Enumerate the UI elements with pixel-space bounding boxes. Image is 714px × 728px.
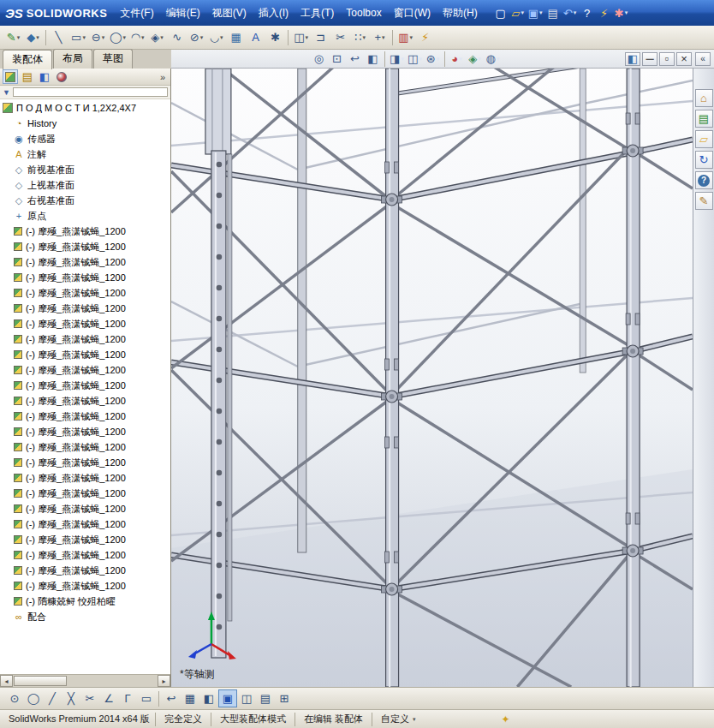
dropdown-arrow-icon[interactable]: ▾ bbox=[160, 34, 164, 41]
panel-tab-布局[interactable]: 布局 bbox=[53, 49, 92, 69]
panel-tab-草图[interactable]: 草图 bbox=[93, 49, 133, 69]
tree-component-13[interactable]: (-) 摩殛_燕潇铖蝇_1200 bbox=[0, 424, 170, 439]
file-explorer-icon[interactable]: ▱ bbox=[695, 130, 713, 148]
tree-item-front-plane[interactable]: ◇前视基准面 bbox=[0, 162, 170, 177]
shaded-view-icon[interactable]: ◧ bbox=[199, 689, 218, 707]
circle-tool-icon[interactable]: ◯ bbox=[24, 689, 43, 707]
solidworks-resources-icon[interactable]: ⌂ bbox=[695, 89, 713, 107]
status-icon[interactable]: ✦ bbox=[497, 713, 513, 725]
cross-tool-icon[interactable]: ╳ bbox=[62, 689, 80, 707]
plane-icon[interactable]: ▦ bbox=[226, 27, 246, 47]
tree-component-5[interactable]: (-) 摩殛_燕潇铖蝇_1200 bbox=[0, 301, 170, 316]
section-view-icon[interactable]: ◧ bbox=[364, 51, 382, 67]
tree-component-9[interactable]: (-) 摩殛_燕潇铖蝇_1200 bbox=[0, 362, 170, 378]
task-pane-collapse-icon[interactable]: « bbox=[695, 52, 711, 66]
assembly-3d-view[interactable] bbox=[171, 69, 693, 687]
smart-dimension-icon[interactable]: ◆▾ bbox=[23, 27, 43, 47]
filter-funnel-icon[interactable]: ▼ bbox=[3, 88, 10, 97]
dropdown-arrow-icon[interactable]: ▾ bbox=[141, 34, 145, 41]
tree-component-12[interactable]: (-) 摩殛_燕潇铖蝇_1200 bbox=[0, 409, 170, 424]
panel-tab-装配体[interactable]: 装配体 bbox=[3, 50, 52, 69]
text-icon[interactable]: A bbox=[246, 27, 265, 47]
corner-tool-icon[interactable]: Γ bbox=[118, 689, 137, 707]
scrollbar-track[interactable] bbox=[13, 675, 158, 687]
statusbar-custom-dropdown[interactable]: 自定义 ▾ bbox=[372, 713, 425, 726]
toolbox-icon[interactable]: ▥▾ bbox=[396, 27, 415, 47]
exit-sketch-icon[interactable]: ↩ bbox=[162, 689, 181, 707]
menubar-item[interactable]: 文件(F) bbox=[114, 3, 159, 23]
custom-properties-icon[interactable]: ✎ bbox=[695, 192, 713, 210]
apply-scene-icon[interactable]: ◈▾ bbox=[466, 51, 484, 67]
dropdown-arrow-icon[interactable]: ▾ bbox=[625, 9, 628, 16]
new-document-icon[interactable]: ▢ bbox=[492, 4, 509, 21]
menubar-item[interactable]: Toolbox bbox=[340, 4, 387, 21]
rebuild-flash-icon[interactable]: ⚡ bbox=[415, 27, 435, 47]
dropdown-arrow-icon[interactable]: ▾ bbox=[220, 34, 223, 41]
arc-icon[interactable]: ◠▾ bbox=[128, 27, 147, 47]
tree-component-19[interactable]: (-) 摩殛_燕潇铖蝇_1200 bbox=[0, 516, 170, 532]
tree-component-15[interactable]: (-) 摩殛_燕潇铖蝇_1200 bbox=[0, 455, 170, 470]
configurationmanager-tab-icon[interactable]: ◧ bbox=[37, 69, 52, 84]
displaymanager-tab-icon[interactable] bbox=[54, 69, 69, 84]
tree-component-17[interactable]: (-) 摩殛_燕潇铖蝇_1200 bbox=[0, 486, 170, 501]
tree-component-3[interactable]: (-) 摩殛_燕潇铖蝇_1200 bbox=[0, 270, 170, 285]
tree-component-4[interactable]: (-) 摩殛_燕潇铖蝇_1200 bbox=[0, 285, 170, 301]
horizontal-split-view-button[interactable]: ▤ bbox=[256, 689, 275, 707]
dropdown-arrow-icon[interactable]: ▾ bbox=[497, 56, 500, 63]
point-icon[interactable]: ✱ bbox=[265, 27, 285, 47]
spline-icon[interactable]: ∿ bbox=[167, 27, 187, 47]
help-icon[interactable]: ? bbox=[579, 4, 596, 21]
print-icon[interactable]: ▤ bbox=[544, 4, 562, 21]
tree-component-23[interactable]: (-) 摩殛_燕潇铖蝇_1200 bbox=[0, 578, 170, 594]
dropdown-arrow-icon[interactable]: ▾ bbox=[521, 9, 524, 16]
tree-component-7[interactable]: (-) 摩殛_燕潇铖蝇_1200 bbox=[0, 331, 170, 347]
four-view-button[interactable]: ⊞ bbox=[275, 689, 294, 707]
tree-filter-input[interactable] bbox=[13, 87, 168, 97]
tree-component-24[interactable]: (-) 隋糠兢鲟 恔殂柏曜 bbox=[0, 594, 170, 609]
rectangle-icon[interactable]: ▭▾ bbox=[68, 27, 88, 47]
scrollbar-thumb[interactable] bbox=[14, 676, 67, 686]
menubar-item[interactable]: 编辑(E) bbox=[160, 3, 206, 23]
dropdown-arrow-icon[interactable]: ▾ bbox=[409, 34, 413, 41]
tree-root[interactable]: П О Д М О С Т И 1,2X2,4X7 bbox=[0, 100, 170, 116]
tree-component-16[interactable]: (-) 摩殛_燕潇铖蝇_1200 bbox=[0, 470, 170, 486]
view-orientation-icon[interactable]: ◨▾ bbox=[388, 51, 406, 67]
two-view-button[interactable]: ◫ bbox=[237, 689, 256, 707]
tree-item-origin[interactable]: +原点 bbox=[0, 208, 170, 224]
dropdown-arrow-icon[interactable]: ▾ bbox=[419, 56, 422, 63]
dropdown-arrow-icon[interactable]: ▾ bbox=[305, 34, 308, 41]
tree-item-annotations[interactable]: A注解 bbox=[0, 146, 170, 162]
display-style-icon[interactable]: ◫▾ bbox=[406, 51, 424, 67]
display-pane-icon[interactable]: ◧ bbox=[625, 52, 640, 66]
dropdown-arrow-icon[interactable]: ▾ bbox=[478, 56, 481, 63]
mirror-entities-icon[interactable]: ◫▾ bbox=[291, 27, 311, 47]
move-entities-icon[interactable]: +▾ bbox=[370, 27, 390, 47]
panel-overflow-icon[interactable]: » bbox=[158, 72, 168, 82]
dropdown-arrow-icon[interactable]: ▾ bbox=[362, 34, 366, 41]
rebuild-icon[interactable]: ⚡ bbox=[596, 4, 613, 21]
menubar-item[interactable]: 插入(I) bbox=[253, 3, 295, 23]
line-tool-icon[interactable]: ╱ bbox=[43, 689, 62, 707]
menubar-item[interactable]: 视图(V) bbox=[206, 3, 253, 23]
document-restore-button[interactable]: ▫ bbox=[659, 52, 675, 66]
document-minimize-button[interactable]: ─ bbox=[642, 52, 657, 66]
edit-appearance-icon[interactable]: ◕▾ bbox=[448, 51, 466, 67]
zoom-to-area-icon[interactable]: ⊡ bbox=[328, 51, 346, 67]
propertymanager-tab-icon[interactable]: ▤ bbox=[20, 69, 35, 84]
grid-icon[interactable]: ▦ bbox=[181, 689, 199, 707]
save-icon[interactable]: ▣▾ bbox=[527, 4, 544, 21]
tree-component-10[interactable]: (-) 摩殛_燕潇铖蝇_1200 bbox=[0, 378, 170, 393]
menubar-item[interactable]: 窗口(W) bbox=[388, 3, 437, 23]
open-icon[interactable]: ▱▾ bbox=[509, 4, 527, 21]
right-post[interactable] bbox=[627, 69, 640, 687]
dropdown-arrow-icon[interactable]: ▾ bbox=[437, 56, 440, 63]
line-icon[interactable]: ╲ bbox=[49, 27, 68, 47]
dropdown-arrow-icon[interactable]: ▾ bbox=[401, 56, 404, 63]
dropdown-arrow-icon[interactable]: ▾ bbox=[17, 34, 21, 41]
tree-item-sensors[interactable]: ◉传感器 bbox=[0, 131, 170, 146]
single-view-button[interactable]: ▣ bbox=[218, 689, 237, 707]
scroll-left-icon[interactable]: ◂ bbox=[0, 675, 13, 687]
tree-item-top-plane[interactable]: ◇上视基准面 bbox=[0, 177, 170, 193]
linear-pattern-icon[interactable]: ∷▾ bbox=[350, 27, 370, 47]
fillet-icon[interactable]: ◡▾ bbox=[206, 27, 226, 47]
